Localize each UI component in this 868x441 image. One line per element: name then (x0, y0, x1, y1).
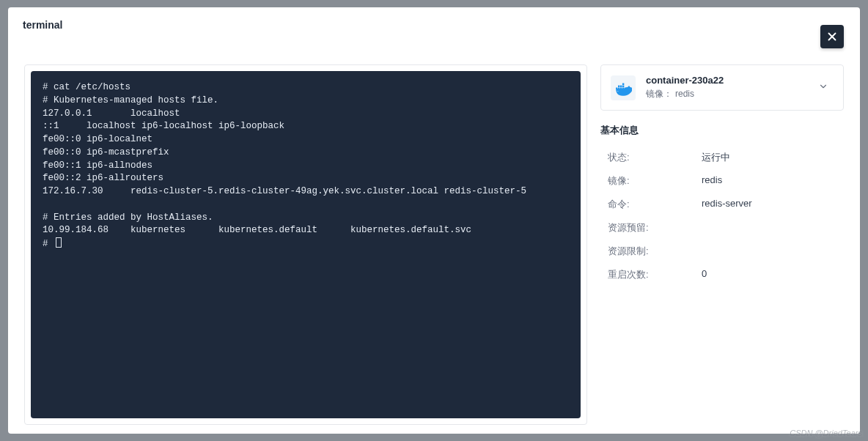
terminal-area[interactable]: # cat /etc/hosts # Kubernetes-managed ho… (31, 71, 581, 418)
chevron-down-icon (818, 81, 828, 92)
expand-container-button[interactable] (815, 78, 831, 97)
info-row: 命令:redis-server (608, 193, 844, 216)
basic-info-table: 状态:运行中镜像:redis命令:redis-server资源预留:资源限制:重… (600, 146, 844, 286)
info-value: redis-server (702, 198, 752, 211)
info-key: 状态: (608, 151, 702, 164)
modal-header: terminal (8, 7, 860, 42)
terminal-output: # cat /etc/hosts # Kubernetes-managed ho… (43, 82, 526, 235)
info-key: 重启次数: (608, 268, 702, 281)
info-value: redis (702, 174, 722, 188)
info-key: 资源限制: (608, 245, 702, 258)
info-key: 资源预留: (608, 221, 702, 234)
info-row: 资源预留: (608, 216, 844, 240)
info-sidebar: container-230a22 镜像：redis 基本信息 状态:运行中镜像:… (600, 64, 844, 425)
info-row: 镜像:redis (608, 169, 844, 193)
info-value: 运行中 (702, 151, 730, 164)
terminal-modal: terminal # cat /etc/hosts # Kubernetes-m… (8, 7, 860, 434)
container-image-label: 镜像： (646, 89, 672, 99)
container-labels: container-230a22 镜像：redis (646, 75, 805, 100)
info-key: 镜像: (608, 174, 702, 188)
modal-title: terminal (23, 19, 62, 31)
container-card: container-230a22 镜像：redis (600, 64, 844, 111)
info-row: 状态:运行中 (608, 146, 844, 169)
info-value: 0 (702, 268, 707, 281)
close-button[interactable] (820, 25, 844, 48)
container-name: container-230a22 (646, 75, 805, 86)
container-image-value: redis (675, 89, 694, 99)
basic-info-title: 基本信息 (600, 124, 844, 137)
container-subtitle: 镜像：redis (646, 88, 805, 100)
docker-icon (611, 75, 636, 100)
terminal-prompt: # (43, 239, 54, 249)
close-icon (825, 30, 839, 43)
info-key: 命令: (608, 198, 702, 211)
terminal-panel: # cat /etc/hosts # Kubernetes-managed ho… (24, 64, 587, 425)
modal-content: # cat /etc/hosts # Kubernetes-managed ho… (8, 42, 860, 434)
watermark: CSDN @DriedTears (790, 429, 862, 437)
terminal-cursor (56, 237, 62, 248)
info-row: 资源限制: (608, 240, 844, 263)
info-row: 重启次数:0 (608, 263, 844, 286)
